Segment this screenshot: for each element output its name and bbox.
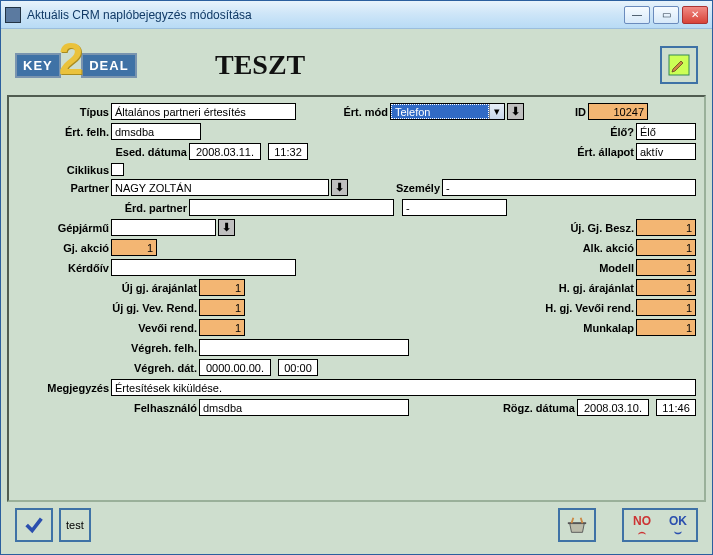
ert-felh-label: Ért. felh. xyxy=(17,126,109,138)
ciklikus-checkbox[interactable] xyxy=(111,163,124,176)
dropdown-arrow-icon[interactable]: ▾ xyxy=(489,104,504,119)
partner-field[interactable]: NAGY ZOLTÁN xyxy=(111,179,329,196)
titlebar: Aktuális CRM naplóbejegyzés módosítása —… xyxy=(1,1,712,29)
tipus-label: Típus xyxy=(17,106,109,118)
uj-gj-vev-rend-field[interactable]: 1 xyxy=(199,299,245,316)
teszt-label: TESZT xyxy=(215,49,305,81)
vegreh-dat-label: Végreh. dát. xyxy=(17,362,197,374)
vegreh-date-field[interactable]: 0000.00.00. xyxy=(199,359,271,376)
vevoi-rend-field[interactable]: 1 xyxy=(199,319,245,336)
content-area: KEY 2 DEAL TESZT Típus Általános partner… xyxy=(1,29,712,554)
action-bar: test NO ⌢ OK ⌣ xyxy=(7,502,706,548)
smile-icon: ⌣ xyxy=(674,528,682,536)
edit-button[interactable] xyxy=(660,46,698,84)
kerdoiv-label: Kérdőív xyxy=(17,262,109,274)
ert-mod-value: Telefon xyxy=(391,104,489,119)
erd-partner-field[interactable] xyxy=(189,199,394,216)
gepjarmu-label: Gépjármű xyxy=(17,222,109,234)
ert-allapot-field[interactable]: aktív xyxy=(636,143,696,160)
partner-label: Partner xyxy=(17,182,109,194)
app-icon xyxy=(5,7,21,23)
vegreh-felh-label: Végreh. felh. xyxy=(17,342,197,354)
h-gj-vevoi-rend-field[interactable]: 1 xyxy=(636,299,696,316)
megjegyzes-label: Megjegyzés xyxy=(17,382,109,394)
vevoi-rend-label: Vevői rend. xyxy=(17,322,197,334)
frown-icon: ⌢ xyxy=(638,528,646,536)
ert-felh-field[interactable]: dmsdba xyxy=(111,123,201,140)
elo-field[interactable]: Élő xyxy=(636,123,696,140)
alk-akcio-label: Alk. akció xyxy=(544,242,634,254)
uj-gj-besz-field[interactable]: 1 xyxy=(636,219,696,236)
form-panel: Típus Általános partneri értesítés Ért. … xyxy=(7,95,706,502)
alk-akcio-field[interactable]: 1 xyxy=(636,239,696,256)
modell-field[interactable]: 1 xyxy=(636,259,696,276)
window-buttons: — ▭ ✕ xyxy=(624,6,708,24)
basket-button[interactable] xyxy=(558,508,596,542)
h-gj-vevoi-rend-label: H. gj. Vevői rend. xyxy=(534,302,634,314)
ok-button[interactable]: OK ⌣ xyxy=(660,510,696,540)
munkalap-label: Munkalap xyxy=(534,322,634,334)
ert-allapot-label: Ért. állapot xyxy=(564,146,634,158)
uj-gj-arajanlat-label: Új gj. árajánlat xyxy=(17,282,197,294)
uj-gj-besz-label: Új. Gj. Besz. xyxy=(544,222,634,234)
modell-label: Modell xyxy=(544,262,634,274)
ok-cancel-group: NO ⌢ OK ⌣ xyxy=(622,508,698,542)
rogz-time-field[interactable]: 11:46 xyxy=(656,399,696,416)
logo-two: 2 xyxy=(59,44,83,75)
elo-label: Élő? xyxy=(594,126,634,138)
vegreh-felh-field[interactable] xyxy=(199,339,409,356)
kerdoiv-field[interactable] xyxy=(111,259,296,276)
esed-datuma-label: Esed. dátuma xyxy=(17,146,187,158)
gepjarmu-field[interactable] xyxy=(111,219,216,236)
ert-mod-label: Ért. mód xyxy=(298,106,388,118)
validate-button[interactable] xyxy=(15,508,53,542)
gepjarmu-picker[interactable]: ⬇ xyxy=(218,219,235,236)
uj-gj-arajanlat-field[interactable]: 1 xyxy=(199,279,245,296)
logo-key: KEY xyxy=(15,53,61,78)
gj-akcio-label: Gj. akció xyxy=(17,242,109,254)
maximize-button[interactable]: ▭ xyxy=(653,6,679,24)
megjegyzes-field[interactable]: Értesítések kiküldése. xyxy=(111,379,696,396)
header: KEY 2 DEAL TESZT xyxy=(7,35,706,95)
pencil-icon xyxy=(667,53,691,77)
no-button[interactable]: NO ⌢ xyxy=(624,510,660,540)
ert-mod-picker[interactable]: ⬇ xyxy=(507,103,524,120)
h-gj-arajanlat-label: H. gj. árajánlat xyxy=(534,282,634,294)
close-button[interactable]: ✕ xyxy=(682,6,708,24)
esed-time-field[interactable]: 11:32 xyxy=(268,143,308,160)
ert-mod-select[interactable]: Telefon ▾ xyxy=(390,103,505,120)
h-gj-arajanlat-field[interactable]: 1 xyxy=(636,279,696,296)
felhasznalo-label: Felhasználó xyxy=(17,402,197,414)
logo: KEY 2 DEAL xyxy=(15,40,175,90)
szemely-field[interactable]: - xyxy=(442,179,696,196)
rogz-date-field[interactable]: 2008.03.10. xyxy=(577,399,649,416)
basket-icon xyxy=(566,514,588,536)
uj-gj-vev-rend-label: Új gj. Vev. Rend. xyxy=(17,302,197,314)
logo-deal: DEAL xyxy=(81,53,136,78)
gj-akcio-field[interactable]: 1 xyxy=(111,239,157,256)
window-title: Aktuális CRM naplóbejegyzés módosítása xyxy=(27,8,624,22)
felhasznalo-field[interactable]: dmsdba xyxy=(199,399,409,416)
vegreh-time-field[interactable]: 00:00 xyxy=(278,359,318,376)
id-field[interactable]: 10247 xyxy=(588,103,648,120)
check-icon xyxy=(23,514,45,536)
rogz-datuma-label: Rögz. dátuma xyxy=(491,402,575,414)
esed-date-field[interactable]: 2008.03.11. xyxy=(189,143,261,160)
tipus-field[interactable]: Általános partneri értesítés xyxy=(111,103,296,120)
app-window: Aktuális CRM naplóbejegyzés módosítása —… xyxy=(0,0,713,555)
erd-partner-label: Érd. partner xyxy=(17,202,187,214)
ciklikus-label: Ciklikus xyxy=(17,164,109,176)
test-button[interactable]: test xyxy=(59,508,91,542)
minimize-button[interactable]: — xyxy=(624,6,650,24)
szemely-label: Személy xyxy=(350,182,440,194)
erd-partner-2-field[interactable]: - xyxy=(402,199,507,216)
munkalap-field[interactable]: 1 xyxy=(636,319,696,336)
id-label: ID xyxy=(526,106,586,118)
partner-picker[interactable]: ⬇ xyxy=(331,179,348,196)
